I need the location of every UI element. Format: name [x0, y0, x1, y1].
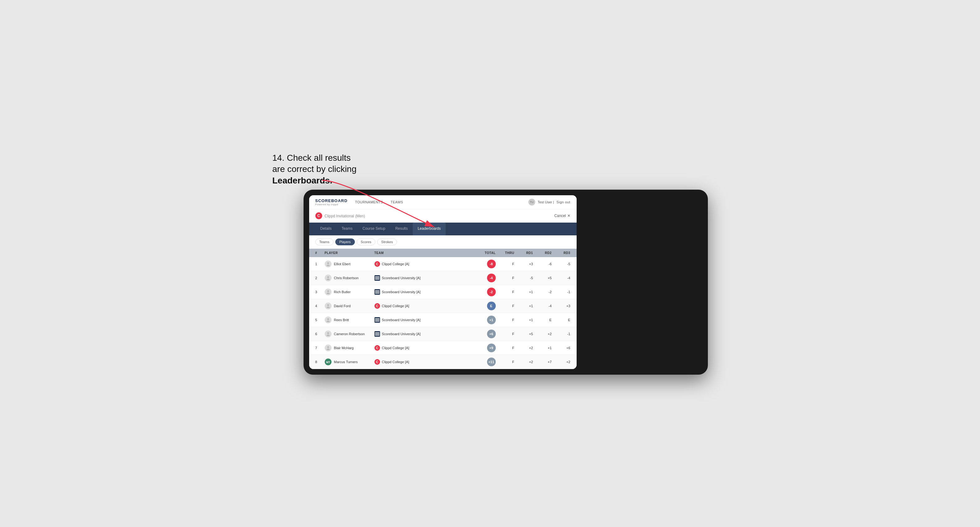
player-avatar — [325, 330, 331, 337]
player-cell: Rich Butler — [325, 289, 374, 295]
user-name: Test User | — [538, 200, 554, 204]
player-avatar — [325, 344, 331, 351]
rd3-cell: -4 — [552, 276, 570, 280]
score-badge: -8 — [487, 260, 496, 268]
cancel-label: Cancel — [554, 214, 566, 218]
player-cell: Cameron Robertson — [325, 330, 374, 337]
svg-point-5 — [327, 290, 329, 292]
team-name: Clippd College [A] — [382, 304, 409, 308]
team-name: Scoreboard University [A] — [382, 332, 421, 336]
rd3-cell: -5 — [552, 262, 570, 266]
player-cell: MT Marcus Turners — [325, 359, 374, 365]
table-row: 2 Chris Robertson Scoreboard University … — [309, 271, 577, 285]
rd1-cell: +3 — [514, 262, 533, 266]
col-team: TEAM — [374, 251, 471, 255]
thru-cell: F — [496, 262, 514, 266]
player-name: Marcus Turners — [334, 360, 358, 364]
rd2-cell: +2 — [533, 332, 552, 336]
rd1-cell: +5 — [514, 332, 533, 336]
total-cell: E — [471, 302, 496, 310]
col-rd3: RD3 — [552, 251, 570, 255]
cancel-button[interactable]: Cancel ✕ — [554, 214, 570, 218]
total-cell: +1 — [471, 316, 496, 324]
rd1-cell: +1 — [514, 290, 533, 294]
rd2-cell: -2 — [533, 290, 552, 294]
table-row: 5 Rees Britt Scoreboard University [A] +… — [309, 313, 577, 327]
filter-strokes[interactable]: Strokes — [377, 238, 397, 245]
total-cell: +9 — [471, 344, 496, 352]
team-cell: C Clippd College [A] — [374, 345, 471, 351]
team-cell: C Clippd College [A] — [374, 303, 471, 309]
svg-point-6 — [326, 292, 330, 294]
total-cell: +6 — [471, 330, 496, 338]
sb-team-logo — [374, 289, 380, 295]
player-avatar — [325, 289, 331, 295]
svg-point-4 — [326, 279, 330, 280]
svg-point-13 — [327, 346, 329, 348]
svg-point-12 — [326, 335, 330, 336]
team-cell: Scoreboard University [A] — [374, 317, 471, 323]
rd1-cell: +1 — [514, 318, 533, 322]
table-body: 1 Elliot Ebert C Clippd College [A] -8 F… — [309, 257, 577, 369]
col-player: PLAYER — [325, 251, 374, 255]
user-area: TU Test User | Sign out — [528, 199, 570, 205]
rank-cell: 7 — [315, 346, 325, 350]
player-name: Rees Britt — [334, 318, 349, 322]
player-cell: David Ford — [325, 303, 374, 310]
rd2-cell: +5 — [533, 276, 552, 280]
total-cell: -8 — [471, 260, 496, 268]
col-thru: THRU — [496, 251, 514, 255]
thru-cell: F — [496, 346, 514, 350]
team-cell: Scoreboard University [A] — [374, 289, 471, 295]
thru-cell: F — [496, 290, 514, 294]
filter-players[interactable]: Players — [335, 238, 355, 245]
svg-text:MT: MT — [326, 361, 330, 364]
svg-point-11 — [327, 332, 329, 334]
team-cell: Scoreboard University [A] — [374, 275, 471, 281]
svg-point-8 — [326, 306, 330, 308]
team-cell: Scoreboard University [A] — [374, 331, 471, 337]
thru-cell: F — [496, 332, 514, 336]
filter-teams[interactable]: Teams — [315, 238, 333, 245]
user-icon: TU — [528, 199, 535, 205]
team-name: Scoreboard University [A] — [382, 276, 421, 280]
thru-cell: F — [496, 318, 514, 322]
total-cell: -4 — [471, 274, 496, 282]
score-badge: +6 — [487, 330, 496, 338]
svg-point-14 — [326, 349, 330, 350]
clippd-team-logo: C — [374, 345, 380, 351]
svg-point-9 — [327, 318, 329, 320]
team-cell: C Clippd College [A] — [374, 359, 471, 365]
rd2-cell: E — [533, 318, 552, 322]
thru-cell: F — [496, 276, 514, 280]
rd1-cell: +1 — [514, 304, 533, 308]
clippd-team-logo: C — [374, 261, 380, 267]
svg-point-10 — [326, 321, 330, 322]
rank-cell: 4 — [315, 304, 325, 308]
rd3-cell: +6 — [552, 346, 570, 350]
player-name: Blair McHarg — [334, 346, 354, 350]
player-name: David Ford — [334, 304, 351, 308]
total-cell: +11 — [471, 357, 496, 366]
player-name: Chris Robertson — [334, 276, 359, 280]
clippd-team-logo: C — [374, 303, 380, 309]
filter-scores[interactable]: Scores — [357, 238, 375, 245]
player-name: Cameron Robertson — [334, 332, 365, 336]
thru-cell: F — [496, 304, 514, 308]
col-rank: # — [315, 251, 325, 255]
rd3-cell: +3 — [552, 304, 570, 308]
score-badge: E — [487, 302, 496, 310]
player-name: Rich Butler — [334, 290, 351, 294]
player-cell: Rees Britt — [325, 316, 374, 323]
leaderboard-table: # PLAYER TEAM TOTAL THRU RD1 RD2 RD3 1 E… — [309, 249, 577, 369]
rd1-cell: +2 — [514, 346, 533, 350]
signout-link[interactable]: Sign out — [557, 200, 570, 204]
team-cell: C Clippd College [A] — [374, 261, 471, 267]
rank-cell: 2 — [315, 276, 325, 280]
sb-team-logo — [374, 331, 380, 337]
team-name: Scoreboard University [A] — [382, 290, 421, 294]
svg-point-3 — [327, 276, 329, 278]
team-name: Clippd College [A] — [382, 360, 409, 364]
rd3-cell: -1 — [552, 290, 570, 294]
annotation-line2: are correct by clicking — [272, 164, 357, 174]
